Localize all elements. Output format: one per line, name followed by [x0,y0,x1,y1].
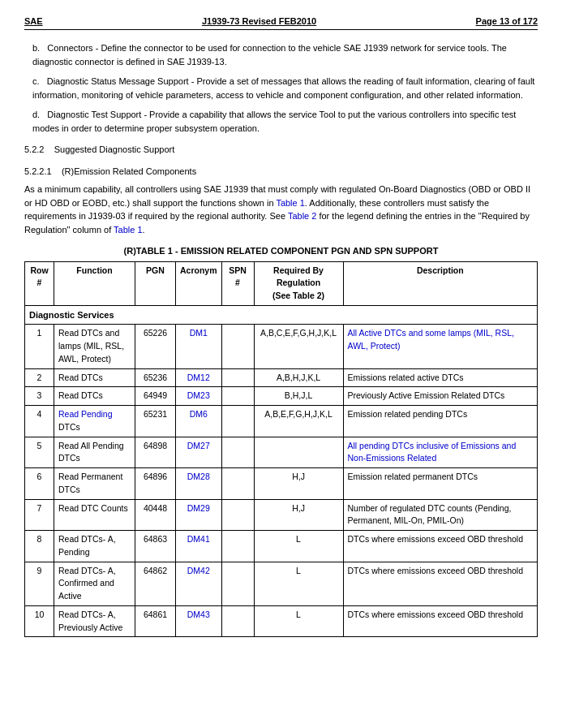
cell-spn [221,437,254,468]
col-header-spn: SPN # [221,261,254,305]
table-row: 10Read DTCs- A, Previously Active64861DM… [25,605,538,637]
cell-spn [221,406,254,437]
col-header-pgn: PGN [135,261,176,305]
cell-acronym: DM12 [176,368,222,387]
cell-spn [221,468,254,500]
cell-description: Emissions related active DTCs [343,368,537,387]
cell-row-num: 6 [25,468,54,500]
cell-description: All pending DTCs inclusive of Emissions … [343,437,537,468]
cell-description: DTCs where emissions exceed OBD threshol… [343,531,537,562]
list-text-d: Diagnostic Test Support - Provide a capa… [32,110,516,133]
intro-paragraph: As a minimum capability, all controllers… [24,183,538,236]
cell-acronym: DM1 [176,325,222,368]
cell-required [254,437,343,468]
table-caption: (R)TABLE 1 - EMISSION RELATED COMPONENT … [24,244,538,258]
list-label-b: b. [32,43,45,53]
col-header-function: Function [54,261,135,305]
cell-required: H,J [254,499,343,531]
col-header-acronym: Acronym [176,261,222,305]
main-content: b. Connectors - Define the connector to … [24,41,538,637]
list-item-d: d. Diagnostic Test Support - Provide a c… [24,108,538,135]
cell-required: L [254,605,343,637]
table-row: 5Read All Pending DTCs64898DM27All pendi… [25,437,538,468]
cell-spn [221,325,254,368]
cell-acronym: DM27 [176,437,222,468]
cell-function: Read PendingDTCs [54,406,135,437]
list-label-d: d. [32,110,45,119]
cell-description: DTCs where emissions exceed OBD threshol… [343,605,537,637]
cell-spn [221,499,254,531]
list-item-b: b. Connectors - Define the connector to … [24,41,538,68]
col-header-description: Description [343,261,537,305]
cell-acronym: DM41 [176,531,222,562]
cell-pgn: 64949 [135,387,176,406]
cell-required: A,B,E,F,G,H,J,K,L [254,406,343,437]
section-5221-title: (R)Emission Related Components [62,166,196,176]
table-row: 4Read PendingDTCs65231DM6A,B,E,F,G,H,J,K… [25,406,538,437]
cell-pgn: 64862 [135,562,176,605]
cell-description: DTCs where emissions exceed OBD threshol… [343,562,537,605]
table-row: 7Read DTC Counts40448DM29H,JNumber of re… [25,499,538,531]
cell-required: A,B,C,E,F,G,H,J,K,L [254,325,343,368]
list-text-b: Connectors - Define the connector to be … [32,43,507,67]
list-item-c: c. Diagnostic Status Message Support - P… [24,75,538,101]
cell-row-num: 3 [25,387,54,406]
cell-row-num: 4 [25,406,54,437]
cell-required: H,J [254,468,343,500]
cell-description: Previously Active Emission Related DTCs [343,387,537,406]
cell-row-num: 1 [25,325,54,368]
cell-description: Emission related pending DTCs [343,406,537,437]
section-5221: 5.2.2.1 (R)Emission Related Components [24,165,538,179]
diagnostic-services-header: Diagnostic Services [25,305,538,325]
header-left: SAE [24,16,43,26]
cell-function: Read DTC Counts [54,499,135,531]
cell-acronym: DM6 [176,406,222,437]
cell-pgn: 40448 [135,499,176,531]
cell-row-num: 8 [25,531,54,562]
table-row: 8Read DTCs- A, Pending64863DM41LDTCs whe… [25,531,538,562]
cell-function: Read DTCs- A, Confirmed and Active [54,562,135,605]
cell-acronym: DM42 [176,562,222,605]
cell-acronym: DM29 [176,499,222,531]
cell-function: Read DTCs [54,387,135,406]
cell-description: Number of regulated DTC counts (Pending,… [343,499,537,531]
table-header-row: Row# Function PGN Acronym SPN # Required… [25,261,538,305]
header-center: J1939-73 Revised FEB2010 [43,16,476,26]
section-522-number: 5.2.2 [24,144,52,154]
cell-required: L [254,562,343,605]
section-522: 5.2.2 Suggested Diagnostic Support [24,143,538,157]
cell-pgn: 65226 [135,325,176,368]
cell-acronym: DM28 [176,468,222,500]
cell-required: L [254,531,343,562]
cell-function: Read DTCs- A, Pending [54,531,135,562]
cell-spn [221,387,254,406]
cell-required: B,H,J,L [254,387,343,406]
cell-description: All Active DTCs and some lamps (MIL, RSL… [343,325,537,368]
col-header-row: Row# [25,261,54,305]
cell-function: Read Permanent DTCs [54,468,135,500]
cell-required: A,B,H,J,K,L [254,368,343,387]
cell-pgn: 64861 [135,605,176,637]
cell-acronym: DM43 [176,605,222,637]
section-522-title: Suggested Diagnostic Support [54,144,175,154]
table-row: 9Read DTCs- A, Confirmed and Active64862… [25,562,538,605]
emission-table: Row# Function PGN Acronym SPN # Required… [24,261,538,638]
cell-function: Read All Pending DTCs [54,437,135,468]
cell-row-num: 9 [25,562,54,605]
cell-function: Read DTCs- A, Previously Active [54,605,135,637]
cell-description: Emission related permanent DTCs [343,468,537,500]
cell-row-num: 7 [25,499,54,531]
cell-pgn: 64898 [135,437,176,468]
cell-function: Read DTCs [54,368,135,387]
table-row: 3Read DTCs64949DM23B,H,J,LPreviously Act… [25,387,538,406]
cell-pgn: 65236 [135,368,176,387]
cell-spn [221,531,254,562]
header-right: Page 13 of 172 [476,16,538,26]
cell-spn [221,562,254,605]
cell-pgn: 64896 [135,468,176,500]
cell-row-num: 10 [25,605,54,637]
table-row: 1Read DTCs and lamps (MIL, RSL, AWL, Pro… [25,325,538,368]
cell-pgn: 64863 [135,531,176,562]
section-5221-number: 5.2.2.1 [24,166,59,176]
cell-row-num: 2 [25,368,54,387]
